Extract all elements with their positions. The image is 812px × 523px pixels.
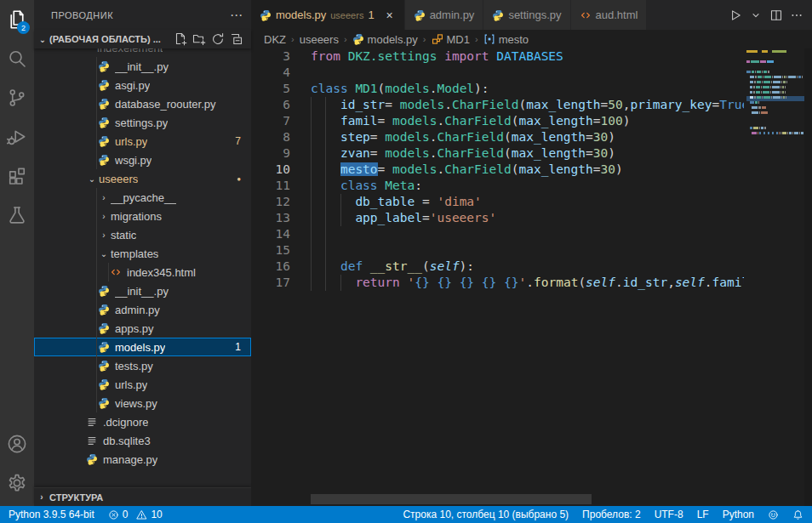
breadcrumb-item-useeers[interactable]: useeers [300, 33, 339, 46]
vertical-scrollbar[interactable] [804, 48, 812, 506]
tab-label: aud.html [596, 9, 638, 21]
split-editor-button[interactable] [768, 7, 785, 24]
tree-item-manage.py[interactable]: manage.py [34, 450, 251, 469]
tree-item-useeers[interactable]: ⌄useeers● [34, 169, 251, 188]
indent-guide [340, 194, 341, 210]
tree-item-label: indexelement [97, 48, 163, 54]
status-item-2[interactable]: UTF-8 [655, 509, 683, 520]
chevron-small-down-icon [749, 9, 763, 22]
refresh-icon[interactable] [211, 32, 226, 47]
tree-item-urls.py[interactable]: urls.py [34, 375, 251, 394]
new-folder-icon[interactable] [192, 32, 207, 47]
tree-item-admin.py[interactable]: admin.py [34, 300, 251, 319]
indent-guide [311, 194, 312, 210]
activity-item-account[interactable] [0, 424, 34, 463]
code-line-10: mesto= models.CharField(max_length=30) [251, 162, 744, 178]
py-file-icon [98, 154, 110, 166]
minimap[interactable] [746, 50, 804, 137]
status-item-1[interactable]: Пробелов: 2 [582, 509, 641, 520]
tree-item-label: admin.py [115, 304, 160, 316]
tree-item-index345.html[interactable]: index345.html [34, 263, 251, 281]
py-file-icon [98, 341, 110, 353]
py-file-icon [98, 378, 110, 390]
activity-item-source-control[interactable] [0, 78, 34, 117]
status-item-3[interactable]: LF [697, 509, 709, 520]
tree-item-partial[interactable]: indexelement [34, 48, 251, 57]
py-file-icon [98, 60, 110, 72]
breadcrumb-item-mesto[interactable]: mesto [483, 33, 529, 46]
tree-item-apps.py[interactable]: apps.py [34, 319, 251, 338]
tree-item-urls.py[interactable]: urls.py7 [34, 132, 251, 151]
tree-indent-guide [96, 263, 97, 281]
tab-aud.html[interactable]: aud.html [571, 0, 647, 30]
editor-actions [720, 0, 812, 30]
indent-guide [325, 129, 326, 145]
activity-item-run-debug[interactable] [0, 117, 34, 156]
py-file-icon [414, 9, 426, 21]
horizontal-scrollbar[interactable] [311, 494, 592, 504]
new-file-icon[interactable] [174, 32, 188, 47]
code-editor[interactable]: 34567891011121314151617 from DKZ.setting… [251, 48, 812, 506]
status-feedback-button[interactable] [768, 509, 779, 520]
chevron-down-icon: ⌄ [97, 249, 111, 259]
tree-indent-guide [96, 188, 97, 207]
activity-item-explorer[interactable]: 2 [0, 0, 34, 39]
status-item-0[interactable]: Строка 10, столбец 10 (выбрано 5) [403, 509, 569, 520]
tree-item-migrations[interactable]: ›migrations [34, 207, 251, 225]
tab-admin.py[interactable]: admin.py [405, 0, 483, 30]
problems-item[interactable]: 010 [108, 509, 163, 520]
tree-item-badge: 7 [235, 135, 241, 147]
split-icon [769, 9, 783, 22]
tree-item-__pycache__[interactable]: ›__pycache__ [34, 188, 251, 207]
outline-section-header[interactable]: › СТРУКТУРА [34, 487, 251, 506]
tree-item-static[interactable]: ›static [34, 225, 251, 244]
collapse-all-icon[interactable] [230, 32, 244, 47]
breadcrumb-item-MD1[interactable]: MD1 [432, 33, 470, 46]
close-icon[interactable]: × [384, 9, 396, 22]
tree-item-__init__.py[interactable]: __init__.py [34, 57, 251, 76]
html-file-icon [580, 9, 592, 21]
breadcrumb-separator: › [423, 34, 426, 44]
breadcrumb-item-models.py[interactable]: models.py [352, 33, 418, 46]
status-item-4[interactable]: Python [723, 509, 754, 520]
tree-item-label: wsgi.py [115, 154, 152, 167]
breadcrumb-item-DKZ[interactable]: DKZ [264, 33, 286, 46]
python-file-icon [352, 33, 364, 45]
activity-item-extensions[interactable] [0, 156, 34, 196]
tree-item-asgi.py[interactable]: asgi.py [34, 76, 251, 94]
workspace-section-header[interactable]: ⌄ (РАБОЧАЯ ОБЛАСТЬ) ... [34, 30, 251, 48]
tree-item-__init__.py[interactable]: __init__.py [34, 281, 251, 300]
tree-item-db.sqlite3[interactable]: db.sqlite3 [34, 431, 251, 450]
run-button[interactable] [727, 7, 744, 24]
editor-group: models.pyuseeers1×admin.pysettings.pyaud… [251, 0, 812, 506]
tree-item-wsgi.py[interactable]: wsgi.py [34, 151, 251, 169]
python-interpreter-item[interactable]: Python 3.9.5 64-bit [9, 509, 94, 520]
indent-guide [325, 275, 326, 291]
indent-guide [311, 178, 312, 194]
tree-item-tests.py[interactable]: tests.py [34, 356, 251, 375]
tree-item-.dcignore[interactable]: .dcignore [34, 412, 251, 431]
activity-item-settings[interactable] [0, 463, 34, 503]
sidebar-more-icon[interactable]: ⋯ [230, 8, 243, 23]
tab-models.py[interactable]: models.pyuseeers1× [251, 0, 404, 30]
activity-item-search[interactable] [0, 39, 34, 78]
tree-item-templates[interactable]: ⌄templates [34, 244, 251, 263]
activity-item-testing[interactable] [0, 196, 34, 235]
tree-item-views.py[interactable]: views.py [34, 394, 251, 412]
tree-item-models.py[interactable]: models.py1 [34, 338, 251, 356]
minimap-line [746, 132, 804, 137]
tree-item-database_roouter.py[interactable]: database_roouter.py [34, 94, 251, 113]
gear-icon [7, 473, 27, 493]
run-dropdown-button[interactable] [747, 7, 764, 24]
more-actions-button[interactable] [788, 7, 805, 24]
tree-indent-guide [96, 57, 97, 76]
debug-icon [7, 127, 27, 147]
tree-indent-guide [96, 356, 97, 375]
tree-item-badge: 1 [235, 341, 241, 353]
outline-label: СТРУКТУРА [49, 492, 103, 503]
tree-item-label: __pycache__ [111, 191, 176, 204]
status-notifications-button[interactable] [792, 509, 803, 520]
tree-item-settings.py[interactable]: settings.py [34, 113, 251, 132]
tab-settings.py[interactable]: settings.py [483, 0, 569, 30]
code-line-13: app_label='useeers' [251, 210, 744, 226]
